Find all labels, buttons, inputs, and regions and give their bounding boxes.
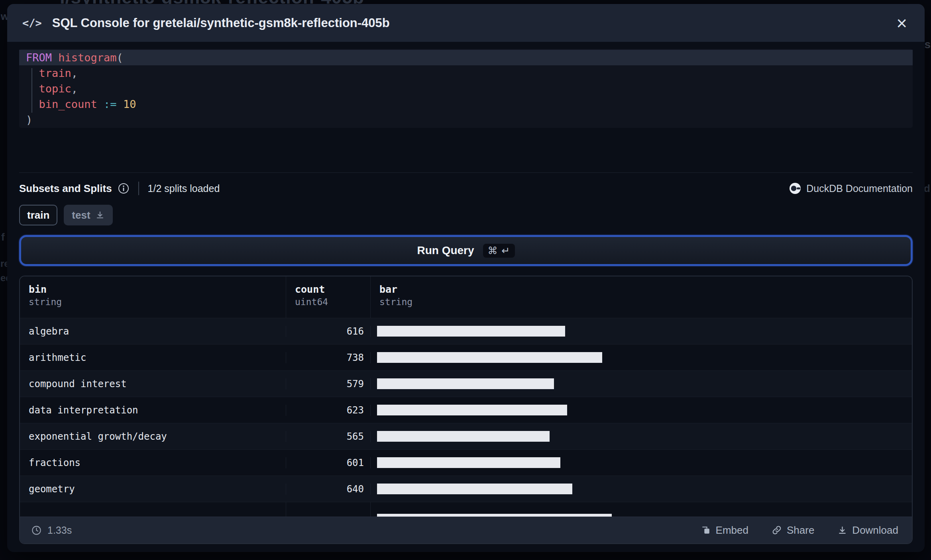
duckdb-icon xyxy=(789,182,801,195)
column-header-bar: bar string xyxy=(371,276,912,318)
split-button-test[interactable]: test xyxy=(64,205,112,225)
indent-guide xyxy=(31,68,32,113)
sql-operator: := xyxy=(104,98,117,110)
embed-icon xyxy=(701,525,711,535)
table-row: compound interest 579 xyxy=(20,370,912,397)
histogram-bar xyxy=(377,484,572,494)
histogram-bar xyxy=(377,326,565,337)
table-row: data interpretation 623 xyxy=(20,397,912,423)
keyboard-shortcut-badge: ⌘ ↵ xyxy=(483,244,515,258)
histogram-bar xyxy=(377,457,560,468)
sql-identifier: topic xyxy=(39,82,71,95)
results-table[interactable]: bin string count uint64 bar string algeb… xyxy=(19,276,913,544)
code-line: train, xyxy=(19,65,913,81)
table-row: exponential growth/decay 565 xyxy=(20,423,912,449)
duckdb-docs-link[interactable]: DuckDB Documentation xyxy=(789,182,913,195)
embed-button[interactable]: Embed xyxy=(699,524,751,537)
histogram-bar xyxy=(377,514,612,517)
table-row: algebra 616 xyxy=(20,318,912,344)
sql-console-modal: </> SQL Console for gretelai/synthetic-g… xyxy=(7,4,925,552)
duckdb-docs-label: DuckDB Documentation xyxy=(806,183,913,194)
code-line: ) xyxy=(19,112,913,127)
code-line: FROM histogram( xyxy=(19,50,913,65)
subsets-title: Subsets and Splits xyxy=(19,182,112,195)
command-icon: ⌘ xyxy=(488,245,498,257)
modal-title: SQL Console for gretelai/synthetic-gsm8k… xyxy=(52,16,884,30)
run-query-button[interactable]: Run Query ⌘ ↵ xyxy=(19,235,913,266)
split-button-train[interactable]: train xyxy=(19,205,57,225)
splits-loaded-status: 1/2 splits loaded xyxy=(148,183,220,194)
background-page-text: d xyxy=(924,182,930,195)
download-button[interactable]: Download xyxy=(835,524,901,537)
vertical-separator xyxy=(138,182,139,195)
section-divider xyxy=(19,172,913,173)
clock-icon xyxy=(31,525,42,536)
code-line: bin_count := 10 xyxy=(19,96,913,112)
histogram-bar xyxy=(377,352,602,363)
query-duration: 1.33s xyxy=(31,525,72,536)
download-icon xyxy=(95,210,105,220)
code-line: topic, xyxy=(19,81,913,96)
download-icon xyxy=(837,525,847,535)
sql-function: histogram xyxy=(58,51,116,64)
histogram-bar xyxy=(377,431,550,442)
histogram-bar xyxy=(377,405,567,415)
link-icon xyxy=(772,525,782,535)
close-icon[interactable]: × xyxy=(895,14,909,32)
return-icon: ↵ xyxy=(502,245,510,257)
subsets-row: Subsets and Splits 1/2 splits loaded Duc… xyxy=(19,178,913,198)
share-button[interactable]: Share xyxy=(769,524,817,537)
run-query-label: Run Query xyxy=(417,244,474,257)
sql-identifier: train xyxy=(39,67,71,79)
modal-header: </> SQL Console for gretelai/synthetic-g… xyxy=(7,4,925,42)
background-page-text: f xyxy=(1,231,5,243)
column-header-bin: bin string xyxy=(20,276,286,318)
info-icon[interactable] xyxy=(118,182,130,194)
table-row: fractions 601 xyxy=(20,449,912,476)
table-header-row: bin string count uint64 bar string xyxy=(20,276,912,318)
sql-keyword: FROM xyxy=(26,51,52,64)
splits-row: train test xyxy=(19,205,913,225)
results-footer: 1.33s Embed Share xyxy=(20,517,912,543)
modal-body: FROM histogram( train, topic, bin_count … xyxy=(7,49,925,544)
table-row: geometry 640 xyxy=(20,476,912,502)
column-header-count: count uint64 xyxy=(286,276,371,318)
code-icon: </> xyxy=(22,17,42,29)
sql-identifier: bin_count xyxy=(39,98,97,110)
table-row-partial xyxy=(20,502,912,517)
table-row: arithmetic 738 xyxy=(20,344,912,370)
sql-number: 10 xyxy=(123,98,136,110)
sql-editor[interactable]: FROM histogram( train, topic, bin_count … xyxy=(19,49,913,128)
histogram-bar xyxy=(377,378,554,389)
